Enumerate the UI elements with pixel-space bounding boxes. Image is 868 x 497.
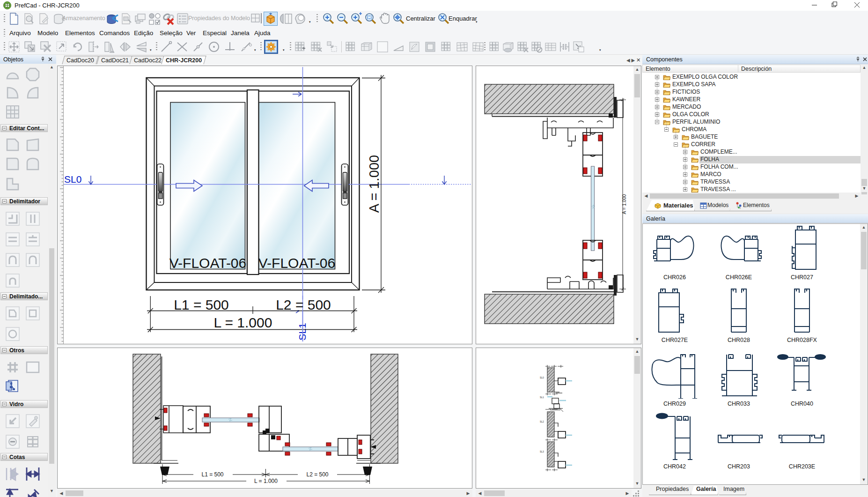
svg-text:L = 1.000: L = 1.000 [214, 315, 272, 330]
svg-text:L = 1.000: L = 1.000 [254, 478, 278, 484]
svg-text:L2 = 500: L2 = 500 [306, 471, 328, 478]
svg-text:A = 1.000: A = 1.000 [367, 155, 382, 213]
svg-text:L2 = 500: L2 = 500 [276, 297, 331, 312]
svg-text:SL2: SL2 [540, 420, 544, 423]
svg-text:V-FLOAT-06: V-FLOAT-06 [169, 255, 247, 271]
svg-text:SL1: SL1 [540, 396, 544, 399]
svg-text:V-FLOAT-06: V-FLOAT-06 [258, 255, 336, 271]
svg-text:SL1: SL1 [297, 323, 308, 340]
svg-text:SL0: SL0 [64, 174, 81, 185]
svg-text:A = 1.000: A = 1.000 [622, 194, 627, 214]
svg-text:SL0: SL0 [540, 376, 544, 379]
svg-text:L1 = 500: L1 = 500 [201, 471, 223, 478]
svg-text:SL3: SL3 [540, 450, 544, 453]
svg-text:L1 = 500: L1 = 500 [174, 297, 229, 312]
